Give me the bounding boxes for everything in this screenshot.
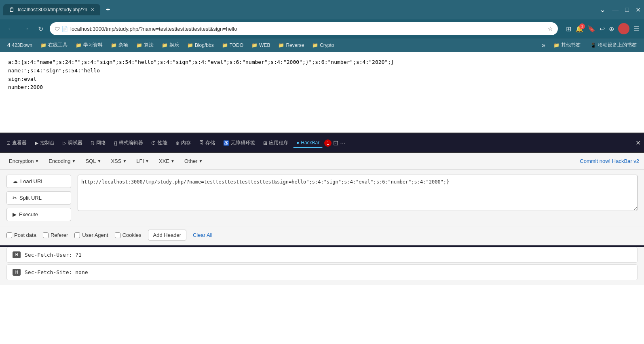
memory-icon: ⊕ <box>175 140 179 146</box>
address-input-wrap[interactable]: 🛡 📄 localhost:3000/tmp/study.php/?name=t… <box>50 22 558 35</box>
add-header-button[interactable]: Add Header <box>148 230 186 241</box>
encoding-menu[interactable]: Encoding ▼ <box>44 156 80 166</box>
performance-label: 性能 <box>158 139 167 146</box>
bookmark-web[interactable]: 📁 WEB <box>248 42 273 49</box>
load-url-icon: ☁ <box>13 178 18 184</box>
maximize-button[interactable]: □ <box>625 6 629 13</box>
header-badge-2: H <box>13 269 21 276</box>
bookmark-todo[interactable]: 📁 TODO <box>219 42 247 49</box>
style-label: 样式编辑器 <box>119 139 143 146</box>
devtool-application[interactable]: ⊞ 应用程序 <box>260 138 291 148</box>
bookmark-crypto[interactable]: 📁 Crypto <box>309 42 337 49</box>
split-url-label: Split URL <box>19 195 42 201</box>
bookmark-algo[interactable]: 📁 算法 <box>133 41 157 49</box>
post-data-checkbox[interactable] <box>6 232 12 238</box>
devtools-pin-button[interactable]: ⊡ <box>333 139 338 147</box>
address-text[interactable]: localhost:3000/tmp/study.php/?name=testt… <box>70 26 545 32</box>
xxe-menu[interactable]: XXE ▼ <box>155 156 179 166</box>
browser-toolbar-right: ⊞ 🔔 1 🔖 ↩ ⊕ ☰ <box>566 23 639 34</box>
debugger-icon: ▷ <box>63 140 66 146</box>
cookies-checkbox[interactable] <box>115 232 120 238</box>
bookmark-reverse[interactable]: 📁 Reverse <box>275 42 307 49</box>
sql-menu[interactable]: SQL ▼ <box>81 156 105 166</box>
bookmark-423down[interactable]: 4 423Down <box>4 41 36 49</box>
bookmark-entertainment[interactable]: 📁 娱乐 <box>158 41 182 49</box>
page-line-2: name:";s:4:"sign";s:54:"hello <box>8 67 636 75</box>
bookmark-study[interactable]: 📁 学习资料 <box>72 41 106 49</box>
hackbar-options: Post data Referer User Agent Cookies Add… <box>0 226 644 245</box>
header-value-2: Sec-Fetch-Site: none <box>25 269 88 275</box>
bookmark-label: 算法 <box>144 42 154 49</box>
lfi-menu[interactable]: LFI ▼ <box>132 156 153 166</box>
xss-menu[interactable]: XSS ▼ <box>107 156 131 166</box>
devtool-network[interactable]: ⇅ 网络 <box>87 138 109 148</box>
folder-icon: 📁 <box>76 42 82 48</box>
other-menu[interactable]: Other ▼ <box>180 156 207 166</box>
url-textarea[interactable] <box>78 175 638 211</box>
bookmark-label: TODO <box>230 42 243 48</box>
folder-icon: 📁 <box>251 42 258 48</box>
devtool-accessibility[interactable]: ♿ 无障碍环境 <box>220 138 258 148</box>
bookmarks-more-button[interactable]: » <box>542 42 545 49</box>
user-avatar[interactable] <box>618 23 629 34</box>
history-icon[interactable]: ↩ <box>600 25 605 33</box>
minimize-button[interactable]: — <box>612 6 619 13</box>
mobile-bookmarks[interactable]: 📱 移动设备上的书签 <box>587 41 640 49</box>
bookmark-misc[interactable]: 📁 杂项 <box>108 41 131 49</box>
browser-tab[interactable]: 🗒 localhost:3000/tmp/study.php/?n ✕ <box>3 4 100 15</box>
devtool-storage[interactable]: 🗄 存储 <box>196 138 218 148</box>
extensions-icon[interactable]: ⊞ <box>566 25 571 33</box>
devtools-close-button[interactable]: ✕ <box>636 139 641 147</box>
encryption-menu[interactable]: Encryption ▼ <box>5 156 43 166</box>
load-url-button[interactable]: ☁ Load URL <box>6 175 71 188</box>
cookies-checkbox-wrap[interactable]: Cookies <box>115 232 141 238</box>
storage-icon: 🗄 <box>199 140 204 146</box>
storage-label: 存储 <box>205 139 215 146</box>
notification-badge[interactable]: 🔔 1 <box>575 25 583 33</box>
forward-button[interactable]: → <box>20 23 32 34</box>
split-url-button[interactable]: ✂ Split URL <box>6 191 71 205</box>
other-bookmarks[interactable]: 📁 其他书签 <box>550 41 584 49</box>
referer-checkbox[interactable] <box>43 232 49 238</box>
folder-icon: 📁 <box>278 42 284 48</box>
bookmark-blog[interactable]: 📁 Blog/bbs <box>184 42 217 49</box>
devtool-style-editor[interactable]: {} 样式编辑器 <box>111 138 146 148</box>
header-row-1: H Sec-Fetch-User: ?1 <box>6 247 638 263</box>
execute-icon: ▶ <box>13 211 17 217</box>
address-bar: ← → ↻ 🛡 📄 localhost:3000/tmp/study.php/?… <box>0 19 644 38</box>
hackbar-headers: H Sec-Fetch-User: ?1 H Sec-Fetch-Site: n… <box>0 247 644 285</box>
user-agent-checkbox[interactable] <box>74 232 80 238</box>
sync-icon[interactable]: ⊕ <box>609 25 614 33</box>
devtool-memory[interactable]: ⊕ 内存 <box>172 138 194 148</box>
devtool-performance[interactable]: ⏱ 性能 <box>148 138 171 148</box>
execute-button[interactable]: ▶ Execute <box>6 208 71 221</box>
post-data-checkbox-wrap[interactable]: Post data <box>6 232 36 238</box>
folder-icon: 📁 <box>162 42 168 48</box>
encoding-chevron: ▼ <box>72 159 76 163</box>
referer-checkbox-wrap[interactable]: Referer <box>43 232 68 238</box>
menu-icon[interactable]: ☰ <box>633 25 639 33</box>
refresh-button[interactable]: ↻ <box>36 23 46 34</box>
devtools-more-button[interactable]: ··· <box>340 139 345 147</box>
clear-all-button[interactable]: Clear All <box>193 232 212 238</box>
devtool-console[interactable]: ▶ 控制台 <box>32 138 58 148</box>
referer-label: Referer <box>51 232 68 238</box>
devtool-inspector[interactable]: ⊡ 查看器 <box>3 138 30 148</box>
close-button[interactable]: ✕ <box>636 6 641 14</box>
devtool-hackbar[interactable]: ● HackBar <box>293 138 323 148</box>
bookmark-icon[interactable]: 🔖 <box>587 25 595 33</box>
console-icon: ▶ <box>35 140 38 146</box>
star-icon[interactable]: ☆ <box>548 25 553 32</box>
user-agent-checkbox-wrap[interactable]: User Agent <box>74 232 108 238</box>
new-tab-button[interactable]: + <box>103 4 114 16</box>
bookmark-number-icon: 4 <box>7 42 10 48</box>
hackbar-action-buttons: ☁ Load URL ✂ Split URL ▶ Execute <box>6 175 71 221</box>
cookies-label: Cookies <box>122 232 141 238</box>
back-button[interactable]: ← <box>5 23 16 34</box>
accessibility-label: 无障碍环境 <box>231 139 255 146</box>
devtool-debugger[interactable]: ▷ 调试器 <box>59 138 86 148</box>
hackbar-menubar: Encryption ▼ Encoding ▼ SQL ▼ XSS ▼ LFI … <box>0 153 644 170</box>
folder-icon: 📁 <box>222 42 228 48</box>
tab-close-button[interactable]: ✕ <box>91 7 95 13</box>
bookmark-online-tools[interactable]: 📁 在线工具 <box>37 41 71 49</box>
